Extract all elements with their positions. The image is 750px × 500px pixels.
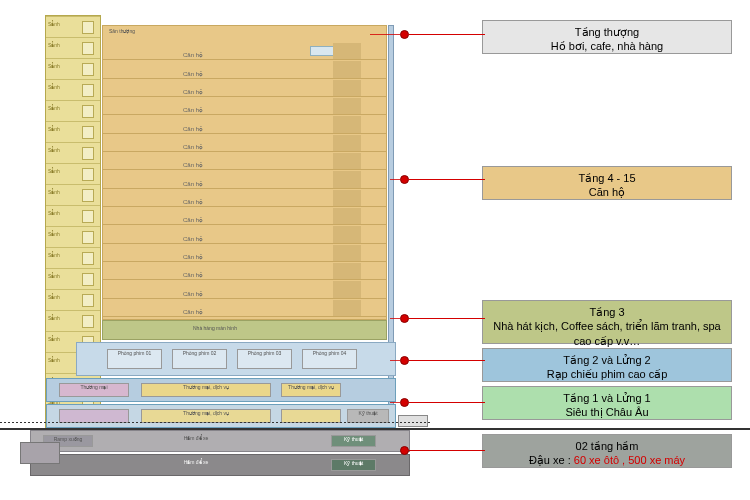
callout-lead	[390, 360, 400, 361]
door-icon	[82, 21, 94, 34]
legend-basement-desc: Đậu xe : 60 xe ôtô , 500 xe máy	[489, 453, 725, 467]
legend-f3-title: Tầng 3	[489, 305, 725, 319]
basement-1: Hầm để xe Kỹ thuật Ramp xuống	[30, 430, 410, 452]
legend-apts-desc: Căn hộ	[489, 185, 725, 199]
ground-room-a	[59, 409, 129, 423]
apartment-shade	[333, 263, 361, 279]
door-icon	[82, 105, 94, 118]
apartment-shade	[333, 171, 361, 187]
callout-f1	[400, 398, 485, 407]
apartment-floor-line	[103, 243, 386, 244]
basement-tech-1: Kỹ thuật	[331, 435, 376, 447]
cinema-room-3: Phòng phim 03	[237, 349, 292, 369]
apartment-floor-label: Căn hộ	[183, 271, 203, 278]
building-section: SảnhSảnhSảnhSảnhSảnhSảnhSảnhSảnhSảnhSảnh…	[20, 10, 400, 490]
elevator-cell: Sảnh	[46, 100, 100, 121]
approach-area	[398, 415, 428, 427]
apartment-floor-line	[103, 59, 386, 60]
elevator-cell: Sảnh	[46, 79, 100, 100]
door-icon	[82, 126, 94, 139]
door-icon	[82, 189, 94, 202]
apartment-floor-label: Căn hộ	[183, 308, 203, 315]
commercial-room-c: Thương mại, dịch vụ	[281, 383, 341, 397]
apartment-shade	[333, 208, 361, 224]
apartment-shade	[333, 190, 361, 206]
callout-line	[409, 34, 485, 35]
commercial-room-a: Thương mại	[59, 383, 129, 397]
door-icon	[82, 84, 94, 97]
apartment-floor-label: Căn hộ	[183, 290, 203, 297]
apartment-floor-line	[103, 316, 386, 317]
legend-apts-title: Tầng 4 - 15	[489, 171, 725, 185]
apartment-floor-line	[103, 151, 386, 152]
elevator-cell: Sảnh	[46, 289, 100, 310]
callout-line	[409, 360, 485, 361]
basement-side-box	[20, 442, 60, 464]
apartment-floor-label: Căn hộ	[183, 143, 203, 150]
cinema-room-4: Phòng phim 04	[302, 349, 357, 369]
apartment-floor-line	[103, 78, 386, 79]
callout-lead	[390, 179, 400, 180]
apartment-floor-label: Căn hộ	[183, 180, 203, 187]
floor-1-mezzanine: Thương mại Thương mại, dịch vụ Thương mạ…	[46, 378, 396, 402]
floor3-label: Nhà hàng màn hình	[193, 325, 237, 331]
door-icon	[82, 147, 94, 160]
apartment-floor-line	[103, 133, 386, 134]
cinema-room-1: Phòng phim 01	[107, 349, 162, 369]
callout-dot-icon	[400, 30, 409, 39]
callout-dot-icon	[400, 314, 409, 323]
legend-f2-title: Tầng 2 và Lửng 2	[489, 353, 725, 367]
apartment-floor-label: Căn hộ	[183, 70, 203, 77]
elevator-cell: Sảnh	[46, 310, 100, 331]
apartment-shade	[333, 80, 361, 96]
parking-label-2: Hầm để xe	[151, 459, 241, 471]
apartment-shade	[333, 98, 361, 114]
floor-2-band: Phòng phim 01 Phòng phim 02 Phòng phim 0…	[76, 342, 396, 376]
apartment-floor-line	[103, 114, 386, 115]
door-icon	[82, 42, 94, 55]
legend-basement-title: 02 tầng hầm	[489, 439, 725, 453]
floor-1-ground: Thương mại, dịch vụ Kỹ thuật	[46, 404, 396, 428]
roof-label: Sân thượng	[109, 28, 135, 34]
legend-f1-title: Tầng 1 và Lửng 1	[489, 391, 725, 405]
callout-line	[409, 402, 485, 403]
legend-f3-desc: Nhà hát kịch, Coffee sách, triển lãm tra…	[489, 319, 725, 348]
elevator-cell: Sảnh	[46, 16, 100, 37]
callout-dot-icon	[400, 446, 409, 455]
callout-line	[409, 450, 485, 451]
legend-f2-desc: Rạp chiếu phim cao cấp	[489, 367, 725, 381]
apartment-block: Sân thượng Căn hộCăn hộCăn hộCăn hộCăn h…	[102, 25, 387, 320]
door-icon	[82, 252, 94, 265]
apartment-shade	[333, 61, 361, 77]
elevator-cell: Sảnh	[46, 268, 100, 289]
elevator-cell: Sảnh	[46, 121, 100, 142]
callout-roof	[400, 30, 485, 39]
callout-dot-icon	[400, 398, 409, 407]
apartment-floor-label: Căn hộ	[183, 88, 203, 95]
legend-roof: Tầng thượng Hồ bơi, cafe, nhà hàng	[482, 20, 732, 54]
apartment-shade	[333, 43, 361, 59]
apartment-floor-label: Căn hộ	[183, 125, 203, 132]
legend-roof-title: Tầng thượng	[489, 25, 725, 39]
callout-lead	[370, 34, 400, 35]
door-icon	[82, 231, 94, 244]
legend-apartments: Tầng 4 - 15 Căn hộ	[482, 166, 732, 200]
ground-room-tech: Kỹ thuật	[347, 409, 389, 423]
elevator-cell: Sảnh	[46, 163, 100, 184]
ground-room-c	[281, 409, 341, 423]
apartment-floor-line	[103, 96, 386, 97]
apartment-floor-line	[103, 188, 386, 189]
apartment-shade	[333, 245, 361, 261]
apartment-floor-line	[103, 261, 386, 262]
terrain-line	[0, 422, 430, 423]
elevator-cell: Sảnh	[46, 205, 100, 226]
door-icon	[82, 315, 94, 328]
callout-lead	[390, 402, 400, 403]
parking-label-1: Hầm để xe	[151, 435, 241, 447]
door-icon	[82, 273, 94, 286]
callout-line	[409, 179, 485, 180]
door-icon	[82, 294, 94, 307]
apartment-shade	[333, 116, 361, 132]
basement-tech-2: Kỹ thuật	[331, 459, 376, 471]
callout-line	[409, 318, 485, 319]
